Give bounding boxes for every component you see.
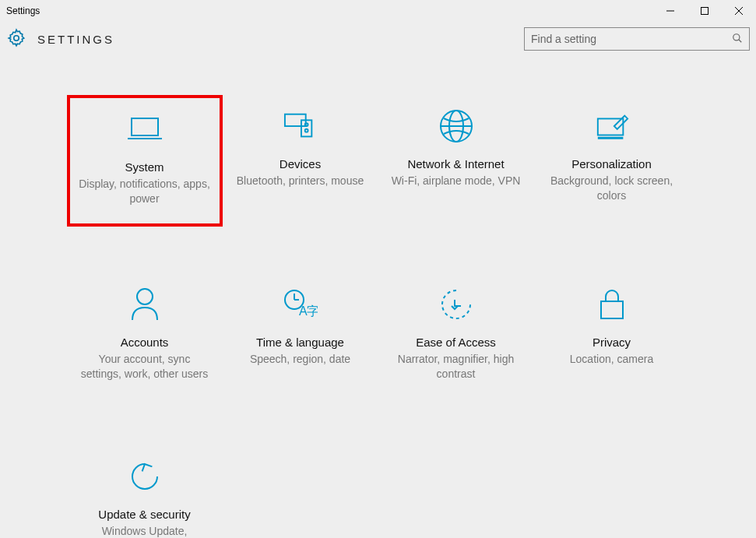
- tile-desc: Speech, region, date: [250, 352, 350, 367]
- laptop-icon: [128, 112, 162, 146]
- tile-title: Update & security: [98, 508, 190, 521]
- tile-devices[interactable]: Devices Bluetooth, printers, mouse: [223, 95, 378, 227]
- personalization-icon: [595, 109, 629, 143]
- svg-point-18: [137, 289, 153, 304]
- devices-icon: [283, 109, 318, 143]
- globe-icon: [439, 109, 473, 143]
- svg-point-5: [733, 33, 740, 40]
- svg-rect-24: [601, 301, 623, 318]
- update-icon: [128, 459, 162, 494]
- ease-access-icon: [439, 287, 473, 322]
- lock-icon: [595, 287, 629, 322]
- tile-title: Network & Internet: [407, 157, 504, 171]
- tile-title: Devices: [280, 157, 321, 171]
- tile-desc: Your account, sync settings, work, other…: [79, 352, 211, 382]
- search-box[interactable]: [524, 27, 750, 51]
- window-title: Settings: [6, 5, 40, 16]
- tile-desc: Wi-Fi, airplane mode, VPN: [392, 174, 521, 188]
- tile-title: Accounts: [121, 336, 169, 349]
- header-left: SETTINGS: [6, 28, 114, 51]
- tile-desc: Display, notifications, apps, power: [79, 177, 211, 206]
- tile-title: Ease of Access: [416, 336, 496, 349]
- svg-text:字: 字: [307, 304, 318, 318]
- tile-accounts[interactable]: Accounts Your account, sync settings, wo…: [67, 273, 223, 399]
- tile-time-language[interactable]: A字 Time & language Speech, region, date: [223, 273, 378, 399]
- tile-title: Time & language: [256, 336, 344, 349]
- minimize-button[interactable]: [653, 0, 687, 22]
- search-icon: [732, 33, 743, 46]
- tile-desc: Bluetooth, printers, mouse: [237, 174, 364, 188]
- search-input[interactable]: [531, 33, 732, 45]
- tile-desc: Location, camera: [570, 352, 653, 367]
- tile-title: System: [125, 160, 164, 174]
- tile-desc: Windows Update, recovery, backup: [79, 524, 211, 538]
- time-language-icon: A字: [283, 287, 318, 322]
- tile-desc: Narrator, magnifier, high contrast: [390, 352, 522, 382]
- tile-ease-access[interactable]: Ease of Access Narrator, magnifier, high…: [378, 273, 534, 399]
- page-title: SETTINGS: [37, 33, 114, 46]
- window-controls: [653, 0, 756, 22]
- person-icon: [128, 287, 162, 322]
- settings-grid: System Display, notifications, apps, pow…: [0, 95, 756, 538]
- tile-update-security[interactable]: Update & security Windows Update, recove…: [67, 445, 223, 538]
- tile-title: Privacy: [592, 336, 631, 349]
- tile-desc: Background, lock screen, colors: [546, 174, 678, 203]
- svg-line-6: [739, 39, 742, 42]
- svg-point-12: [304, 129, 308, 132]
- svg-rect-1: [701, 8, 709, 15]
- svg-point-4: [14, 35, 19, 40]
- tile-personalization[interactable]: Personalization Background, lock screen,…: [534, 95, 690, 227]
- titlebar: Settings: [0, 0, 756, 22]
- header: SETTINGS: [0, 22, 756, 56]
- tile-title: Personalization: [571, 157, 652, 171]
- tile-system[interactable]: System Display, notifications, apps, pow…: [67, 95, 223, 227]
- gear-icon: [6, 28, 26, 51]
- tile-privacy[interactable]: Privacy Location, camera: [534, 273, 690, 399]
- tile-network[interactable]: Network & Internet Wi-Fi, airplane mode,…: [378, 95, 534, 227]
- maximize-button[interactable]: [687, 0, 722, 22]
- svg-rect-7: [132, 118, 158, 135]
- close-button[interactable]: [722, 0, 756, 22]
